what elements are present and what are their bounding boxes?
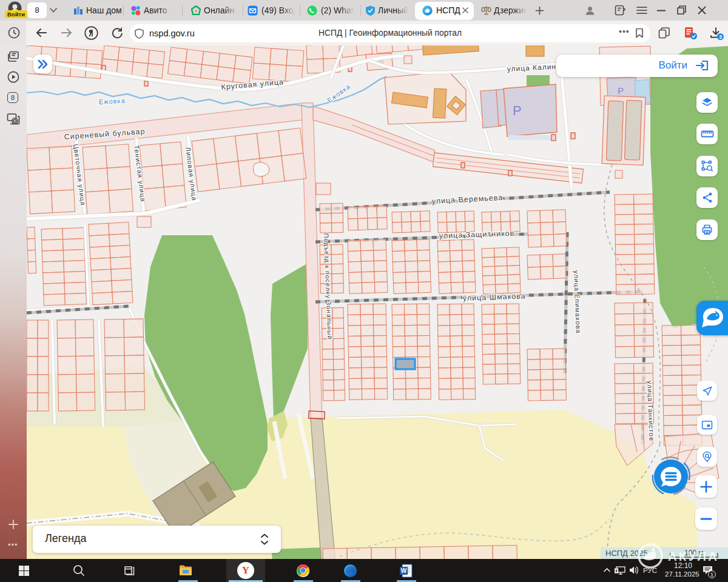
svg-text:P: P	[513, 103, 522, 118]
svg-text:P: P	[618, 85, 624, 96]
svg-text:W: W	[401, 567, 407, 574]
svg-text:3: 3	[719, 34, 722, 40]
svg-text:Ежовка: Ежовка	[98, 97, 125, 105]
